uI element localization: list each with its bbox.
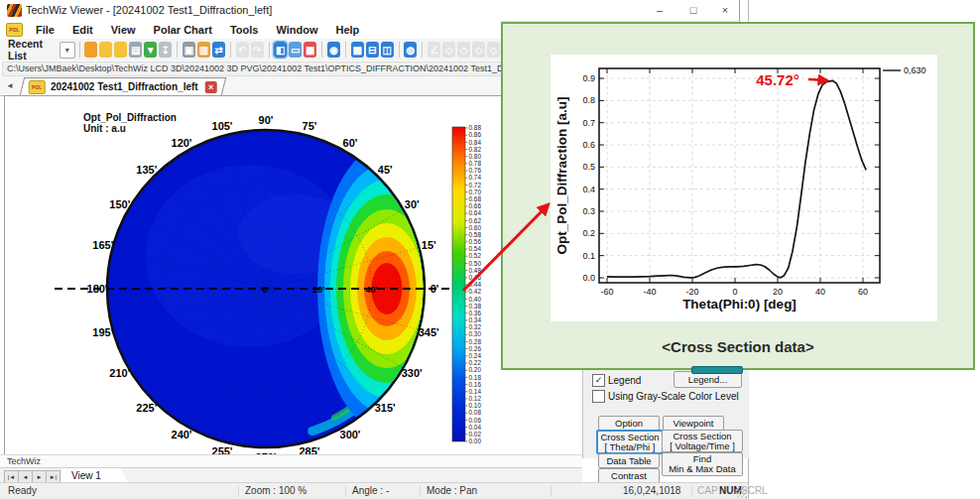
svg-text:0.30: 0.30	[469, 330, 482, 337]
svg-text:-20: -20	[685, 287, 698, 297]
cross-section-voltage-time-button[interactable]: Cross Section [ Voltage/Time ]	[662, 430, 743, 452]
find-min-max-button[interactable]: Find Min & Max Data	[662, 452, 743, 476]
legend-checkbox[interactable]: ✓	[592, 374, 605, 387]
svg-text:0.32: 0.32	[469, 323, 482, 330]
colorbar-tick-labels: 0.880.860.840.820.800.780.760.740.720.70…	[465, 124, 481, 444]
svg-text:0.66: 0.66	[469, 202, 482, 209]
svg-text:-40: -40	[643, 287, 656, 297]
svg-text:75': 75'	[303, 120, 317, 132]
svg-text:0.7: 0.7	[582, 118, 595, 128]
svg-text:0': 0'	[430, 283, 439, 295]
svg-text:0.36: 0.36	[469, 310, 482, 316]
svg-text:0.22: 0.22	[469, 359, 482, 366]
svg-text:0.82: 0.82	[469, 146, 482, 153]
grayscale-checkbox-label: Using Gray-Scale Color Level	[608, 391, 739, 402]
svg-text:60': 60'	[343, 137, 358, 149]
svg-text:0.00: 0.00	[469, 437, 482, 444]
svg-text:0.1: 0.1	[582, 251, 595, 261]
svg-text:0.78: 0.78	[469, 160, 482, 167]
svg-text:30': 30'	[405, 198, 420, 210]
dock-title: TechWiz	[7, 456, 41, 466]
svg-text:240': 240'	[172, 429, 192, 440]
svg-text:0.2: 0.2	[582, 228, 595, 238]
svg-text:0.48: 0.48	[469, 267, 482, 274]
svg-text:20': 20'	[312, 285, 324, 295]
svg-text:0.86: 0.86	[469, 131, 482, 138]
polar-chart-title: Opt_Pol_Diffraction Unit : a.u	[83, 112, 177, 134]
svg-text:0.74: 0.74	[469, 174, 482, 181]
svg-text:180': 180'	[87, 283, 108, 295]
svg-text:0.14: 0.14	[469, 388, 482, 395]
svg-text:0.62: 0.62	[469, 217, 482, 224]
svg-text:0.24: 0.24	[469, 352, 482, 359]
svg-text:0.6: 0.6	[582, 140, 595, 150]
svg-text:0.68: 0.68	[469, 195, 482, 202]
svg-text:0.04: 0.04	[469, 424, 482, 431]
svg-text:0.34: 0.34	[469, 316, 482, 323]
legend-checkbox-label: Legend	[608, 375, 641, 386]
svg-text:0.3: 0.3	[582, 206, 595, 216]
svg-text:0': 0'	[262, 285, 269, 295]
peak-angle-annotation: 45.72°	[756, 71, 799, 88]
svg-text:345': 345'	[419, 326, 439, 338]
svg-text:0.06: 0.06	[469, 417, 482, 424]
status-angle: Angle : -	[352, 485, 389, 496]
colorbar	[452, 127, 465, 441]
svg-text:0.76: 0.76	[469, 167, 482, 174]
data-table-button[interactable]: Data Table	[598, 453, 660, 468]
cross-section-chart-svg: -60-40-2002040600.00.10.20.30.40.50.60.7…	[503, 24, 973, 368]
cross-section-theta-phi-button[interactable]: Cross Section [ Theta/Phi ]	[596, 430, 664, 454]
svg-text:135': 135'	[136, 164, 157, 176]
svg-text:0.54: 0.54	[469, 245, 482, 252]
svg-text:0.46: 0.46	[469, 274, 482, 281]
svg-text:0.38: 0.38	[469, 303, 482, 310]
screenshot-stage: TechWiz Viewer - [20241002 Test1_Diffrac…	[0, 0, 980, 499]
viewpoint-button[interactable]: Viewpoint	[663, 416, 724, 431]
svg-text:210': 210'	[109, 367, 130, 379]
svg-text:0.64: 0.64	[469, 209, 482, 216]
svg-text:0.72: 0.72	[469, 182, 482, 188]
status-mode: Mode : Pan	[427, 485, 477, 496]
caps-lock-indicator: CAP	[697, 485, 718, 496]
resize-grip[interactable]	[736, 487, 747, 498]
svg-text:0.44: 0.44	[469, 281, 482, 288]
status-ready: Ready	[8, 485, 37, 496]
dock-bar: TechWiz View 1 |◄◄►►|	[0, 454, 582, 483]
svg-text:0.58: 0.58	[469, 231, 482, 238]
svg-text:300': 300'	[340, 429, 361, 440]
svg-text:0.42: 0.42	[469, 288, 482, 295]
inset-x-axis-label: Theta(Phi:0) [deg]	[682, 297, 796, 312]
svg-text:-60: -60	[600, 287, 613, 297]
inset-caption: <Cross Section data>	[662, 338, 814, 355]
svg-text:315': 315'	[375, 402, 396, 414]
svg-text:0.08: 0.08	[469, 409, 482, 416]
svg-text:40: 40	[815, 287, 825, 297]
svg-text:15': 15'	[422, 239, 436, 251]
svg-text:225': 225'	[136, 402, 157, 414]
svg-text:0.5: 0.5	[582, 162, 595, 172]
svg-text:0.26: 0.26	[469, 345, 482, 352]
contrast-button[interactable]: Contrast	[598, 468, 660, 483]
svg-text:0.52: 0.52	[469, 252, 482, 259]
svg-text:0.10: 0.10	[469, 402, 482, 409]
svg-text:165': 165'	[92, 239, 113, 251]
annotation-arrow	[808, 79, 827, 80]
inset-y-axis-label: Opt_Pol_Diffraction [a.u]	[554, 96, 569, 254]
legend-entry: 0,630	[904, 65, 926, 75]
svg-text:0.88: 0.88	[469, 124, 482, 131]
partially-hidden-button[interactable]	[691, 366, 743, 374]
svg-text:0.0: 0.0	[582, 273, 595, 283]
svg-text:0.56: 0.56	[469, 238, 482, 245]
svg-text:0.80: 0.80	[469, 153, 482, 160]
svg-text:0.28: 0.28	[469, 338, 482, 345]
svg-text:195': 195'	[92, 326, 113, 338]
svg-text:0.20: 0.20	[469, 366, 482, 373]
svg-text:120': 120'	[172, 137, 192, 149]
svg-text:0.70: 0.70	[469, 188, 482, 195]
grayscale-checkbox[interactable]	[592, 390, 605, 403]
option-button[interactable]: Option	[598, 416, 660, 431]
svg-text:0.60: 0.60	[469, 224, 482, 231]
svg-text:0.50: 0.50	[469, 260, 482, 267]
svg-text:150': 150'	[109, 198, 130, 210]
svg-text:330': 330'	[402, 367, 423, 379]
